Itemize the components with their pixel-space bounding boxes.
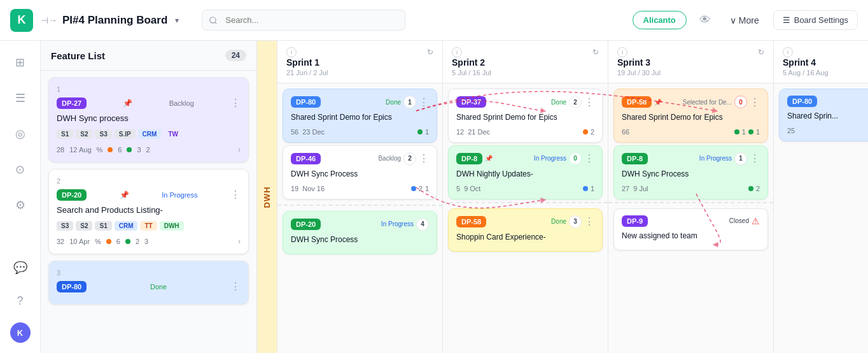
extra-dot-1-2: 1 xyxy=(425,185,429,192)
tag2-crm: CRM xyxy=(115,221,138,231)
badge-dp20: DP-20 xyxy=(57,189,87,201)
sprint-card-1-2: DP-46 Backlog 2 ⋮ DWH Sync Process 19 xyxy=(283,145,437,199)
sprint-status-1-2: Backlog xyxy=(378,155,401,162)
feature-card-num-2: 2 xyxy=(57,177,241,185)
refresh-3[interactable]: ↻ xyxy=(758,48,764,57)
board-title-chevron[interactable]: ▾ xyxy=(175,16,179,25)
feature-card-num-3: 3 xyxy=(57,269,241,277)
tag-tw: TW xyxy=(164,129,183,139)
sprint-body-2: DP-37 Done 2 ⋮ Shared Sprint Demo for Ep… xyxy=(443,83,608,353)
refresh-2[interactable]: ↻ xyxy=(592,48,599,57)
card-footer-1: 28 12 Aug % 6 3 2 › xyxy=(57,145,241,154)
feature-list-title: Feature List xyxy=(51,50,105,61)
dot-orange-1 xyxy=(108,147,113,152)
sprint-dots-1-1[interactable]: ⋮ xyxy=(419,96,429,108)
tag2-s1: S1 xyxy=(95,221,111,231)
sprint-col-3: i ↻ Sprint 3 19 Jul / 30 Jul DP-58 📌 xyxy=(608,41,774,353)
sprint-badge-3-2: DP-8 xyxy=(622,153,648,164)
sprint-footer-date-1-2: Nov 16 xyxy=(302,185,325,192)
sprint-status-3-1: Selected for De... xyxy=(683,99,732,106)
feature-card-1: 1 DP-27 📌 Backlog ⋮ DWH Sync process S1 … xyxy=(48,77,249,162)
feature-card-num-1: 1 xyxy=(57,85,241,93)
count-badge-2-1: 2 xyxy=(569,96,582,108)
tag2-s2: S2 xyxy=(76,221,92,231)
sprint-dots-3-1[interactable]: ⋮ xyxy=(750,96,760,108)
card-footer-2: 32 10 Apr % 6 2 3 › xyxy=(57,237,241,246)
dot-2-1 xyxy=(583,129,588,134)
alicanto-button[interactable]: Alicanto xyxy=(633,11,687,29)
pin-icon-2: 📌 xyxy=(120,191,129,199)
sprint-dots-2-3[interactable]: ⋮ xyxy=(584,215,594,227)
percent-1: % xyxy=(97,146,103,154)
sprint-title-1-2: DWH Sync Process xyxy=(291,169,429,180)
sprint-badge-1-1: DP-80 xyxy=(291,96,321,108)
three-dots-2[interactable]: ⋮ xyxy=(230,189,241,201)
three-dots-3[interactable]: ⋮ xyxy=(230,280,241,292)
sprint-badge-2-2: DP-8 xyxy=(456,153,482,164)
sprint-dates-1: 21 Jun / 2 Jul xyxy=(286,69,433,76)
card-top-1: DP-27 📌 Backlog ⋮ xyxy=(57,97,241,109)
footer-date-2: 10 Apr xyxy=(69,238,90,245)
sprint-card-4-1: DP-80 Shared Sprin... 25 xyxy=(779,89,868,141)
more-label: More xyxy=(739,15,759,25)
board-icon: ⊣→ xyxy=(41,15,57,25)
sprint-dots-2-2[interactable]: ⋮ xyxy=(584,152,594,164)
sprint-dates-2: 5 Jul / 16 Jul xyxy=(452,69,599,76)
sidebar-icon-circle[interactable]: ◎ xyxy=(9,122,32,145)
tag2-tt: TT xyxy=(140,221,157,231)
chevron-right-1[interactable]: › xyxy=(238,145,241,154)
board-settings-button[interactable]: ☰ Board Settings xyxy=(773,10,858,30)
sprint-card-1-1: DP-80 Done 1 ⋮ Shared Sprint Demo for Ep… xyxy=(283,89,437,143)
sprint-badge-3-3: DP-9 xyxy=(622,215,648,227)
dot-b-1-2 xyxy=(411,186,416,191)
sprint-body-1: DP-80 Done 1 ⋮ Shared Sprint Demo for Ep… xyxy=(277,83,442,353)
sprint-dots-1-2[interactable]: ⋮ xyxy=(419,152,429,164)
pin-2-2: 📌 xyxy=(485,155,493,162)
refresh-1[interactable]: ↻ xyxy=(427,48,433,57)
tag-sip: S.IP xyxy=(115,129,136,139)
sidebar-icon-map[interactable]: ☰ xyxy=(9,87,32,110)
tag2-dwh: DWH xyxy=(160,221,184,231)
sidebar-icon-help[interactable]: ? xyxy=(9,289,32,312)
sprint-card-3-2: DP-8 In Progress 1 ⋮ DWH Sync Process 27 xyxy=(613,145,768,199)
card-tags-1: S1 S2 S3 S.IP CRM TW xyxy=(57,129,241,139)
count-badge-2-2: 0 xyxy=(569,152,582,165)
feature-count-badge: 24 xyxy=(225,50,246,61)
sprint-status-2-1: Done xyxy=(551,99,566,106)
card-title-1: DWH Sync process xyxy=(57,113,241,124)
dot-count-1-1: 1 xyxy=(425,128,429,136)
search-input[interactable] xyxy=(202,10,405,31)
menu-icon: ☰ xyxy=(783,15,790,25)
avatar[interactable]: K xyxy=(10,322,31,343)
sprint-dates-4: 5 Aug / 16 Aug xyxy=(783,69,868,76)
sidebar-icon-info[interactable]: ⊙ xyxy=(9,158,32,181)
chevron-icon: ∨ xyxy=(730,15,736,25)
pin-3-1: 📌 xyxy=(654,99,662,106)
sprint-dots-2-1[interactable]: ⋮ xyxy=(584,96,594,108)
sprint-title-4-1: Shared Sprin... xyxy=(787,111,868,122)
sprint-body-4: DP-80 Shared Sprin... 25 xyxy=(774,83,868,353)
dot-3-1a xyxy=(734,129,739,134)
topbar: K ⊣→ PI#4 Planning Board ▾ Alicanto 👁 ∨ … xyxy=(0,0,868,41)
sprint-card-2-1: DP-37 Done 2 ⋮ Shared Sprint Demo for Ep… xyxy=(448,89,603,143)
sprint-card-2-3: DP-58 Done 3 ⋮ Shoppin Card Experience- xyxy=(448,208,603,252)
sprint-footer-num-4-1: 25 xyxy=(787,127,795,134)
info-circle-3: i xyxy=(617,47,627,57)
sprint-footer-date-2-2: 9 Oct xyxy=(464,185,480,192)
more-button[interactable]: ∨ More xyxy=(724,11,766,29)
search-bar xyxy=(202,10,405,31)
sidebar-icon-settings[interactable]: ⚙ xyxy=(9,194,32,217)
chevron-right-2[interactable]: › xyxy=(238,237,241,246)
sidebar-icon-chat[interactable]: 💬 xyxy=(9,256,32,279)
three-dots-1[interactable]: ⋮ xyxy=(230,97,241,109)
sprint-badge-4-1: DP-80 xyxy=(787,96,817,107)
sidebar-icon-grid[interactable]: ⊞ xyxy=(9,51,32,74)
dot-3-2 xyxy=(748,186,753,191)
sprint-dots-3-2[interactable]: ⋮ xyxy=(750,152,760,164)
dwh-label-col: DWH xyxy=(257,41,277,353)
info-circle-2: i xyxy=(452,47,462,57)
dot-orange-2 xyxy=(106,239,111,244)
eye-button[interactable]: 👁 xyxy=(694,11,716,29)
logo: K xyxy=(10,9,33,32)
footer-num-1: 28 xyxy=(57,146,64,154)
